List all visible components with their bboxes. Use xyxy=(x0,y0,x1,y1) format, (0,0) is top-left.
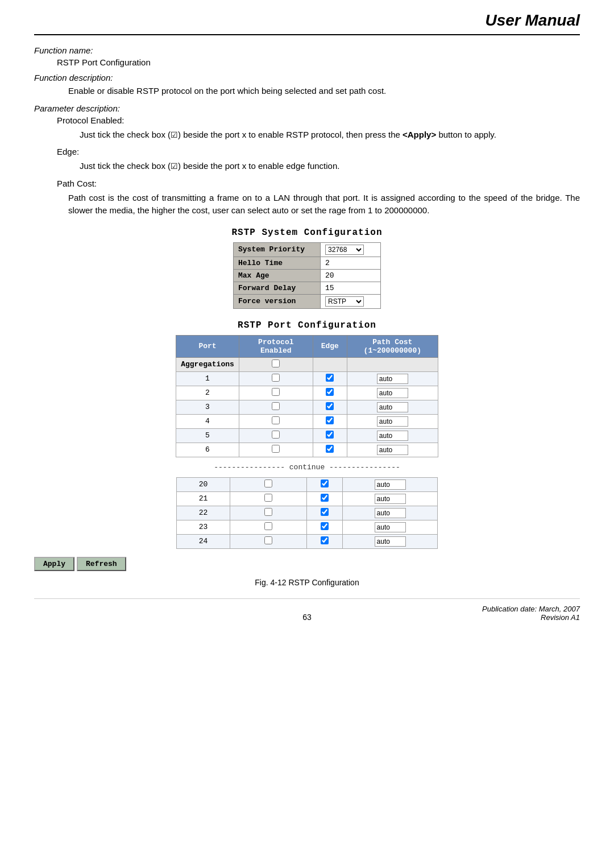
sys-value-hello[interactable]: 2 xyxy=(321,257,381,269)
proto-cell[interactable] xyxy=(230,534,307,548)
edge-checkmark-icon: ☑ xyxy=(171,162,178,171)
proto-cell[interactable] xyxy=(230,520,307,534)
proto-cell[interactable] xyxy=(239,371,313,386)
sys-value-fwddelay[interactable]: 15 xyxy=(321,282,381,294)
port-config-table-2: 20 21 22 23 xyxy=(176,477,438,549)
page-header: User Manual xyxy=(34,11,580,35)
sys-value-maxage[interactable]: 20 xyxy=(321,269,381,282)
proto-cell[interactable] xyxy=(239,443,313,457)
table-row: 2 xyxy=(176,386,438,400)
proto-checkbox[interactable] xyxy=(272,388,280,396)
path-cell[interactable] xyxy=(347,371,438,386)
sys-row-fwddelay: Forward Delay 15 xyxy=(234,282,381,294)
edge-cell[interactable] xyxy=(307,506,343,520)
edge-label: Edge: xyxy=(57,147,580,156)
path-input[interactable] xyxy=(377,445,408,455)
sys-label-maxage: Max Age xyxy=(234,269,321,282)
table-row: 5 xyxy=(176,428,438,443)
sys-config-table: System Priority 32768 Hello Time 2 Max A… xyxy=(233,242,381,309)
path-input[interactable] xyxy=(375,494,406,504)
agg-proto-checkbox[interactable] xyxy=(272,359,280,367)
path-input[interactable] xyxy=(375,522,406,532)
edge-checkbox[interactable] xyxy=(321,536,329,544)
path-cell[interactable] xyxy=(343,491,438,506)
path-cell[interactable] xyxy=(347,386,438,400)
path-input[interactable] xyxy=(377,388,408,398)
proto-checkbox[interactable] xyxy=(272,402,280,410)
path-input[interactable] xyxy=(375,508,406,518)
edge-cell[interactable] xyxy=(307,491,343,506)
edge-checkbox[interactable] xyxy=(326,431,334,439)
edge-cell[interactable] xyxy=(313,400,347,414)
path-cell[interactable] xyxy=(347,414,438,428)
proto-checkbox[interactable] xyxy=(264,522,272,530)
edge-cell[interactable] xyxy=(313,414,347,428)
table-row: 3 xyxy=(176,400,438,414)
path-input[interactable] xyxy=(375,536,406,547)
edge-checkbox[interactable] xyxy=(321,494,329,502)
edge-checkbox[interactable] xyxy=(326,374,334,382)
path-cell[interactable] xyxy=(343,506,438,520)
protocol-enabled-desc: Just tick the check box (☑) beside the p… xyxy=(80,129,580,142)
force-version-select[interactable]: RSTP xyxy=(325,296,364,307)
apply-button[interactable]: Apply xyxy=(34,557,74,571)
path-input[interactable] xyxy=(377,402,408,412)
proto-cell[interactable] xyxy=(239,428,313,443)
edge-checkbox[interactable] xyxy=(326,402,334,410)
path-cell[interactable] xyxy=(343,534,438,548)
proto-checkbox[interactable] xyxy=(264,480,272,487)
edge-cell[interactable] xyxy=(313,428,347,443)
sys-value-priority[interactable]: 32768 xyxy=(321,242,381,257)
path-input[interactable] xyxy=(375,480,406,490)
edge-cell[interactable] xyxy=(313,386,347,400)
rstp-sys-config-section: RSTP System Configuration System Priorit… xyxy=(34,228,580,309)
proto-desc-2: ) beside the port x to enable RSTP proto… xyxy=(178,130,403,139)
edge-checkbox[interactable] xyxy=(326,416,334,424)
path-input[interactable] xyxy=(377,416,408,427)
proto-cell[interactable] xyxy=(239,414,313,428)
revision-text: Revision A1 xyxy=(398,613,580,622)
proto-checkbox[interactable] xyxy=(272,445,280,453)
path-input[interactable] xyxy=(377,431,408,441)
pub-date-text: Publication date: March, 2007 xyxy=(398,605,580,613)
proto-checkmark-icon: ☑ xyxy=(171,130,178,139)
proto-checkbox[interactable] xyxy=(264,494,272,502)
proto-checkbox[interactable] xyxy=(272,431,280,439)
refresh-button[interactable]: Refresh xyxy=(77,557,126,571)
edge-cell[interactable] xyxy=(307,520,343,534)
agg-proto-cell[interactable] xyxy=(239,357,313,371)
edge-cell[interactable] xyxy=(307,534,343,548)
proto-cell[interactable] xyxy=(230,491,307,506)
sys-label-hello: Hello Time xyxy=(234,257,321,269)
proto-cell[interactable] xyxy=(230,506,307,520)
edge-cell[interactable] xyxy=(313,443,347,457)
proto-checkbox[interactable] xyxy=(272,416,280,424)
agg-port-label: Aggregations xyxy=(176,357,239,371)
path-cell[interactable] xyxy=(347,443,438,457)
edge-checkbox[interactable] xyxy=(326,445,334,453)
path-cell[interactable] xyxy=(347,428,438,443)
path-input[interactable] xyxy=(377,374,408,384)
path-cell[interactable] xyxy=(343,477,438,491)
port-num: 1 xyxy=(176,371,239,386)
proto-checkbox[interactable] xyxy=(272,374,280,382)
proto-cell[interactable] xyxy=(239,400,313,414)
edge-checkbox[interactable] xyxy=(321,508,329,516)
edge-cell[interactable] xyxy=(313,371,347,386)
function-name-value: RSTP Port Configuration xyxy=(57,57,580,67)
edge-checkbox[interactable] xyxy=(321,522,329,530)
th-port: Port xyxy=(176,335,239,357)
edge-checkbox[interactable] xyxy=(321,480,329,487)
path-cell[interactable] xyxy=(343,520,438,534)
proto-cell[interactable] xyxy=(239,386,313,400)
proto-cell[interactable] xyxy=(230,477,307,491)
page-number: 63 xyxy=(216,613,398,622)
proto-checkbox[interactable] xyxy=(264,536,272,544)
sys-value-forceversion[interactable]: RSTP xyxy=(321,294,381,308)
table-row: 24 xyxy=(177,534,438,548)
system-priority-select[interactable]: 32768 xyxy=(325,245,364,255)
proto-checkbox[interactable] xyxy=(264,508,272,516)
edge-checkbox[interactable] xyxy=(326,388,334,396)
edge-cell[interactable] xyxy=(307,477,343,491)
path-cell[interactable] xyxy=(347,400,438,414)
